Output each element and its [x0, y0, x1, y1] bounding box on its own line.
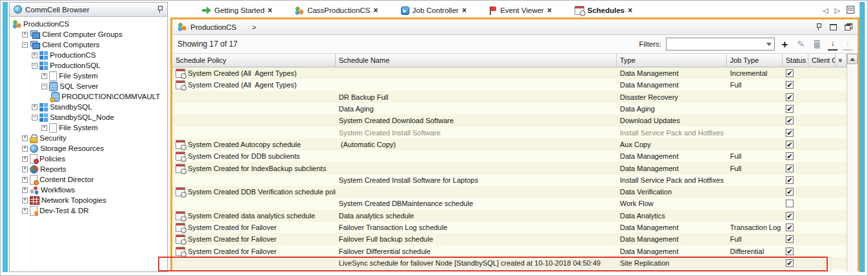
table-row[interactable]: System Created Install Software for Lapt… — [172, 174, 847, 186]
sidebar-item-standbysql[interactable]: +StandbySQL — [10, 102, 167, 112]
column-chooser-button[interactable]: » — [836, 54, 847, 67]
sidebar-item-workflows[interactable]: +Workflows — [10, 185, 167, 195]
sidebar-item-productionsql[interactable]: −ProductionSQL — [10, 60, 167, 71]
tree-expander-icon[interactable]: + — [22, 177, 28, 183]
status-checkbox[interactable]: ✔ — [786, 81, 794, 89]
sidebar-item-file-system[interactable]: +File System — [10, 71, 167, 81]
status-checkbox[interactable]: ✔ — [786, 129, 794, 137]
tab-list-icon[interactable] — [847, 6, 854, 14]
column-header-client-grou[interactable]: Client Grou — [808, 54, 836, 67]
tree-expander-icon[interactable]: + — [22, 187, 28, 193]
tree-expander-icon[interactable]: + — [32, 52, 38, 58]
sidebar-item-productioncs[interactable]: ProductionCS — [10, 19, 167, 29]
table-row[interactable]: System Created for IndexBackup subclient… — [172, 162, 847, 174]
table-row[interactable]: DR Backup FullDisaster Recovery✔ — [172, 91, 847, 103]
tree-expander-icon[interactable]: + — [22, 146, 28, 152]
table-row[interactable]: Data AgingData Aging✔ — [172, 103, 847, 115]
table-row[interactable]: System Created for FailoverFailover Diff… — [172, 245, 847, 257]
sidebar-item-productioncs[interactable]: +ProductionCS — [10, 50, 167, 60]
sidebar-item-standbysql-node[interactable]: −StandbySQL_Node — [10, 112, 167, 122]
tab-schedules[interactable]: Schedules× — [566, 3, 643, 17]
table-row[interactable]: System Created for DDB subclientsData Ma… — [172, 150, 847, 162]
download-button[interactable] — [828, 38, 838, 51]
column-header-schedule-policy[interactable]: Schedule Policy — [172, 54, 336, 67]
restore-icon[interactable] — [845, 23, 852, 30]
status-checkbox[interactable]: ✔ — [786, 105, 794, 113]
tree-expander-icon[interactable]: + — [41, 125, 47, 131]
status-checkbox[interactable]: ✔ — [786, 93, 794, 101]
status-checkbox[interactable]: ✔ — [786, 224, 794, 231]
vertical-scrollbar[interactable] — [847, 54, 858, 272]
table-row[interactable]: System Created (All Agent Types)Data Man… — [172, 79, 847, 91]
tab-close-icon[interactable]: × — [462, 6, 466, 15]
tree-expander-icon[interactable]: + — [22, 135, 28, 141]
status-checkbox[interactable]: ✔ — [786, 188, 794, 196]
status-checkbox[interactable]: ✔ — [786, 212, 794, 220]
table-row[interactable]: System Created data analytics scheduleDa… — [172, 210, 847, 222]
sidebar-item-reports[interactable]: +Reports — [10, 164, 167, 174]
tab-close-icon[interactable]: × — [628, 6, 632, 15]
table-row[interactable]: System Created for FailoverFailover Full… — [172, 233, 847, 245]
filters-select[interactable] — [666, 38, 775, 51]
tab-close-icon[interactable]: × — [547, 6, 552, 15]
tab-job-controller[interactable]: Job Controller× — [393, 3, 477, 17]
scroll-up-button[interactable] — [847, 54, 858, 64]
column-header-type[interactable]: Type — [617, 54, 727, 67]
tree-expander-icon[interactable]: + — [32, 104, 38, 110]
sidebar-item-security[interactable]: +Security — [10, 133, 167, 143]
tab-cassproductioncs[interactable]: CassProductionCS× — [286, 3, 388, 17]
tree-expander-icon[interactable]: + — [22, 167, 28, 172]
status-checkbox[interactable]: ✔ — [786, 141, 794, 148]
status-checkbox[interactable]: ✔ — [786, 117, 794, 124]
sidebar-item-content-director[interactable]: +Content Director — [10, 174, 167, 185]
tab-event-viewer[interactable]: Event Viewer× — [481, 3, 562, 17]
sidebar-item-file-system[interactable]: +File System — [10, 122, 167, 133]
tab-close-icon[interactable]: × — [374, 6, 378, 15]
pin-icon[interactable] — [816, 23, 822, 31]
tab-scroll-left-icon[interactable] — [823, 4, 828, 16]
status-checkbox[interactable] — [786, 200, 794, 207]
table-row[interactable]: System Created Autocopy schedule (Automa… — [172, 139, 847, 150]
sidebar-item-sql-server[interactable]: −SQL Server — [10, 81, 167, 91]
column-header-status[interactable]: Status — [782, 54, 808, 67]
add-button[interactable] — [779, 39, 790, 50]
sidebar-item-storage-resources[interactable]: +Storage Resources — [10, 143, 167, 154]
status-checkbox[interactable]: ✔ — [786, 69, 794, 77]
sidebar-item-network-topologies[interactable]: +Network Topologies — [10, 195, 167, 205]
sidebar-item-client-computer-groups[interactable]: +Client Computer Groups — [10, 29, 167, 40]
table-row[interactable]: System Created Install SoftwareInstall S… — [172, 126, 847, 138]
table-row[interactable]: System Created DBMaintenance scheduleWor… — [172, 198, 847, 209]
tree-expander-icon[interactable]: + — [22, 156, 28, 162]
tab-getting-started[interactable]: Getting Started× — [194, 3, 282, 17]
sidebar-item-client-computers[interactable]: −Client Computers — [10, 40, 167, 50]
tab-close-icon[interactable]: × — [268, 6, 272, 15]
scrollbar-track[interactable] — [847, 64, 858, 272]
table-row[interactable]: System Created (All Agent Types)Data Man… — [172, 67, 847, 79]
tree-expander-icon[interactable]: − — [32, 63, 38, 69]
tree-expander-icon[interactable]: + — [22, 198, 28, 203]
table-row[interactable]: LiveSync schedule for failover Node [Sta… — [172, 257, 847, 269]
sidebar-item-production-commvault[interactable]: PRODUCTION\COMMVAULT — [10, 91, 167, 102]
table-row[interactable]: System Created for FailoverFailover Tran… — [172, 222, 847, 233]
status-checkbox[interactable]: ✔ — [786, 235, 794, 243]
sidebar-item-dev-test-dr[interactable]: +Dev-Test & DR — [10, 205, 167, 216]
tree-expander-icon[interactable]: + — [22, 208, 28, 214]
commcell-browser-titlebar[interactable]: CommCell Browser — [10, 3, 167, 17]
status-checkbox[interactable]: ✔ — [786, 165, 794, 172]
status-checkbox[interactable]: ✔ — [786, 247, 794, 255]
tree-expander-icon[interactable]: − — [22, 42, 28, 48]
tab-scroll-right-icon[interactable] — [835, 4, 840, 16]
tree-expander-icon[interactable]: + — [22, 32, 28, 38]
pin-icon[interactable] — [157, 5, 163, 14]
tree-expander-icon[interactable]: + — [41, 73, 47, 79]
breadcrumb[interactable]: ProductionCS — [190, 23, 236, 31]
maximize-icon[interactable] — [830, 24, 837, 30]
status-checkbox[interactable]: ✔ — [786, 152, 794, 160]
sidebar-item-policies[interactable]: +Policies — [10, 154, 167, 164]
tree-expander-icon[interactable]: − — [41, 84, 47, 89]
column-header-job-type[interactable]: Job Type — [727, 54, 782, 67]
status-checkbox[interactable]: ✔ — [786, 259, 794, 267]
table-row[interactable]: System Created DDB Verification schedule… — [172, 186, 847, 198]
tree-expander-icon[interactable]: − — [32, 115, 38, 121]
status-checkbox[interactable]: ✔ — [786, 176, 794, 184]
